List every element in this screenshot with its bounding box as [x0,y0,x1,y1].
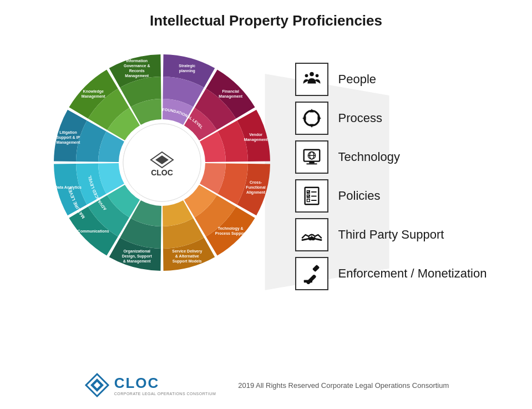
enforcement-label: Enforcement / Monetization [338,266,487,281]
svg-text:Alignment: Alignment [246,190,266,195]
technology-icon [301,147,322,168]
legend-item-process: Process [295,102,487,135]
people-icon-box [295,63,328,96]
wheel-section: CLOC MATURE LEVEL ADVANCED LEVEL Strateg… [45,41,278,285]
footer: CLOC CORPORATE LEGAL OPERATIONS CONSORTI… [0,371,532,399]
svg-text:Design, Support: Design, Support [121,254,152,259]
svg-text:Management: Management [125,74,149,78]
svg-text:Functional: Functional [246,185,265,189]
legend-item-policies: Policies [295,179,487,213]
footer-logo: CLOC CORPORATE LEGAL OPERATIONS CONSORTI… [83,371,216,399]
svg-text:Communications: Communications [77,229,109,233]
people-label: People [338,72,377,87]
svg-point-36 [305,74,308,78]
policies-icon [301,185,322,206]
svg-text:& Alternative: & Alternative [175,254,199,258]
policies-icon-box [295,179,328,213]
svg-text:Management: Management [244,138,267,142]
svg-text:Vendor: Vendor [249,133,262,137]
svg-text:Information: Information [126,59,148,63]
svg-text:Strategic: Strategic [179,64,195,68]
svg-text:Support & IP: Support & IP [56,135,80,140]
svg-line-55 [308,195,309,198]
process-icon [301,108,322,129]
svg-text:Support Models: Support Models [172,259,201,264]
cloc-name: CLOC [114,375,160,392]
svg-rect-60 [312,265,319,272]
process-icon-box [295,102,328,135]
svg-text:Management: Management [219,94,242,99]
svg-text:Service Delivery: Service Delivery [172,249,202,254]
svg-text:& Management: & Management [123,259,150,264]
svg-point-35 [310,72,314,77]
legend-item-technology: Technology [295,140,487,174]
copyright-text: 2019 All Rights Reserved Corporate Legal… [238,381,449,390]
handshake-icon [301,224,322,245]
svg-rect-61 [303,280,312,282]
gavel-icon [301,263,322,284]
svg-text:Records: Records [129,69,144,73]
svg-text:Technology &: Technology & [217,226,243,231]
svg-text:Financial: Financial [222,89,239,93]
technology-label: Technology [338,150,400,164]
legend-item-enforcement: Enforcement / Monetization [295,257,487,290]
cloc-subtitle: CORPORATE LEGAL OPERATIONS CONSORTIUM [114,392,216,396]
svg-rect-57 [307,199,310,202]
svg-rect-59 [306,274,316,284]
process-label: Process [338,111,382,125]
footer-logo-text: CLOC CORPORATE LEGAL OPERATIONS CONSORTI… [114,375,216,396]
gavel-icon-box [295,257,328,290]
third-party-label: Third Party Support [338,228,444,242]
policies-label: Policies [338,189,381,203]
people-icon [301,69,322,90]
svg-point-37 [315,74,318,78]
svg-text:Cross-: Cross- [250,180,262,184]
handshake-icon-box [295,218,328,251]
svg-text:Organizational: Organizational [123,249,150,254]
svg-text:Process Support: Process Support [215,231,246,236]
svg-line-51 [308,191,309,193]
svg-rect-44 [306,163,317,164]
legend-item-people: People [295,63,487,96]
main-content: CLOC MATURE LEVEL ADVANCED LEVEL Strateg… [0,41,532,290]
svg-text:Management: Management [56,140,80,145]
svg-text:Governance &: Governance & [124,64,150,68]
svg-rect-43 [309,161,315,164]
cloc-logo-icon [83,371,111,399]
svg-text:Knowledge: Knowledge [83,89,103,94]
legend-item-third-party: Third Party Support [295,218,487,251]
svg-text:Management: Management [81,94,105,99]
wheel-main-svg: StrategicplanningFinancialManagementVend… [45,41,278,285]
svg-text:CLOC: CLOC [151,168,173,177]
page-title: Intellectual Property Proficiencies [0,0,532,35]
svg-text:planning: planning [179,69,195,73]
technology-icon-box [295,140,328,174]
svg-text:Litigation: Litigation [59,130,77,135]
